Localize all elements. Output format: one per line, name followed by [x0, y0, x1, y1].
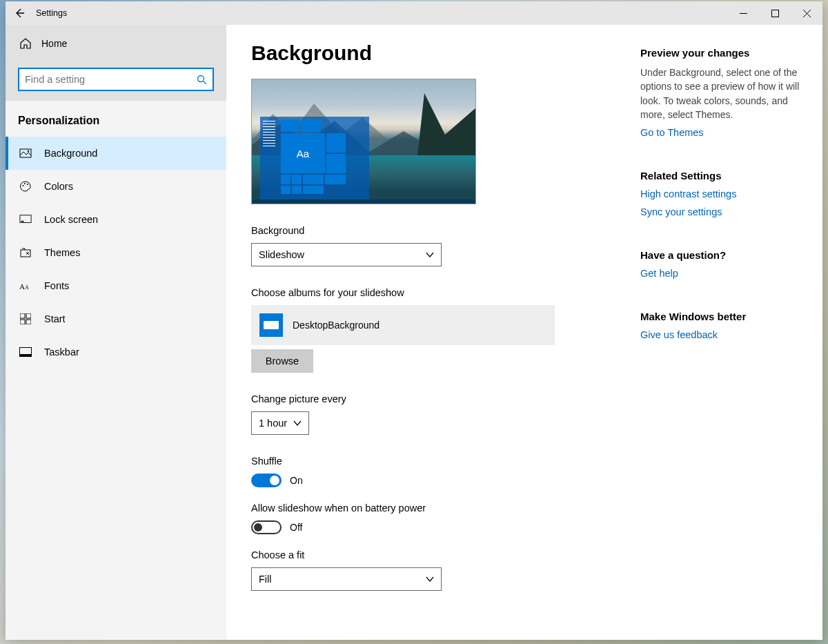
svg-point-3 [28, 150, 29, 152]
fit-select[interactable]: Fill [251, 567, 442, 591]
svg-rect-9 [21, 250, 30, 257]
window-title: Settings [33, 8, 67, 18]
shuffle-label: Shuffle [251, 456, 638, 467]
section-heading: Personalization [6, 101, 226, 137]
sidebar-item-start[interactable]: Start [6, 302, 226, 335]
palette-icon [19, 180, 32, 193]
sidebar-item-label: Background [44, 148, 97, 159]
titlebar: Settings [6, 1, 822, 25]
minimize-button[interactable] [727, 1, 759, 25]
svg-point-1 [198, 75, 204, 81]
svg-point-4 [23, 185, 24, 186]
sidebar-item-label: Start [44, 313, 66, 324]
fit-label: Choose a fit [251, 549, 638, 560]
svg-point-5 [24, 183, 26, 184]
chevron-down-icon [426, 251, 434, 259]
maximize-button[interactable] [759, 1, 791, 25]
sidebar-item-lockscreen[interactable]: Lock screen [6, 203, 226, 236]
fit-value: Fill [259, 574, 272, 585]
sidebar: Home Personalization Background Colors L… [6, 25, 226, 640]
svg-rect-8 [21, 221, 24, 222]
maximize-icon [771, 10, 779, 17]
browse-label: Browse [266, 355, 299, 367]
preview-aa-tile: Aa [281, 133, 325, 173]
battery-label: Allow slideshow when on battery power [251, 502, 638, 514]
sidebar-item-label: Lock screen [44, 214, 98, 225]
start-icon [19, 313, 32, 325]
search-icon [197, 75, 207, 85]
sidebar-item-label: Taskbar [44, 347, 79, 358]
album-folder-name: DesktopBackground [293, 320, 379, 331]
svg-marker-20 [417, 93, 476, 155]
change-every-select[interactable]: 1 hour [251, 411, 309, 435]
background-select[interactable]: Slideshow [251, 243, 442, 266]
home-nav[interactable]: Home [6, 25, 226, 62]
get-help-link[interactable]: Get help [640, 268, 813, 279]
sidebar-item-fonts[interactable]: AA Fonts [6, 269, 226, 302]
sidebar-item-taskbar[interactable]: Taskbar [6, 335, 226, 369]
lockscreen-icon [19, 213, 32, 226]
search-box[interactable] [18, 68, 214, 91]
minimize-icon [740, 10, 747, 17]
sync-settings-link[interactable]: Sync your settings [640, 206, 813, 217]
svg-rect-13 [26, 313, 31, 318]
taskbar-icon [19, 346, 32, 358]
feedback-link[interactable]: Give us feedback [640, 329, 813, 340]
arrow-left-icon [14, 8, 25, 19]
sidebar-item-label: Themes [44, 247, 80, 258]
background-label: Background [251, 225, 638, 236]
preview-startmenu: Aa [260, 117, 369, 199]
back-button[interactable] [6, 1, 33, 25]
svg-point-6 [27, 184, 28, 185]
image-icon [19, 147, 32, 159]
albums-label: Choose albums for your slideshow [251, 287, 638, 298]
folder-icon [259, 313, 283, 337]
change-every-label: Change picture every [251, 393, 638, 404]
fonts-icon: AA [19, 280, 32, 292]
question-heading: Have a question? [640, 249, 813, 261]
sidebar-item-label: Colors [44, 181, 73, 192]
sidebar-item-background[interactable]: Background [6, 137, 226, 170]
go-to-themes-link[interactable]: Go to Themes [640, 127, 813, 138]
home-icon [19, 37, 32, 50]
battery-toggle[interactable] [251, 520, 282, 534]
content-area: Background Aa [226, 25, 822, 640]
chevron-down-icon [426, 575, 434, 583]
themes-icon [19, 246, 32, 259]
better-heading: Make Windows better [640, 311, 813, 322]
change-every-value: 1 hour [259, 418, 287, 429]
search-input[interactable] [25, 74, 193, 85]
svg-text:A: A [25, 284, 29, 291]
related-heading: Related Settings [640, 170, 813, 182]
browse-button[interactable]: Browse [251, 349, 313, 373]
preview-heading: Preview your changes [640, 47, 813, 59]
right-pane: Preview your changes Under Background, s… [640, 41, 813, 619]
shuffle-state: On [290, 475, 303, 486]
close-button[interactable] [791, 1, 822, 25]
high-contrast-link[interactable]: High contrast settings [640, 188, 813, 199]
battery-state: Off [290, 522, 302, 533]
svg-rect-14 [20, 320, 25, 324]
shuffle-toggle[interactable] [251, 474, 282, 487]
search-wrap [6, 62, 226, 101]
svg-rect-12 [20, 313, 25, 318]
sidebar-item-themes[interactable]: Themes [6, 236, 226, 269]
sidebar-item-colors[interactable]: Colors [6, 170, 226, 203]
close-icon [803, 10, 811, 17]
settings-window: Settings Home Personalization [6, 1, 822, 640]
svg-rect-17 [20, 354, 32, 357]
album-row[interactable]: DesktopBackground [251, 305, 555, 345]
svg-text:A: A [19, 282, 25, 291]
background-select-value: Slideshow [259, 249, 304, 260]
svg-rect-15 [26, 320, 31, 324]
sidebar-item-label: Fonts [44, 280, 69, 291]
svg-rect-0 [771, 10, 778, 17]
page-title: Background [251, 41, 638, 65]
preview-text: Under Background, select one of the opti… [640, 66, 813, 121]
home-label: Home [41, 38, 67, 49]
chevron-down-icon [293, 419, 302, 427]
desktop-preview: Aa [251, 79, 476, 204]
